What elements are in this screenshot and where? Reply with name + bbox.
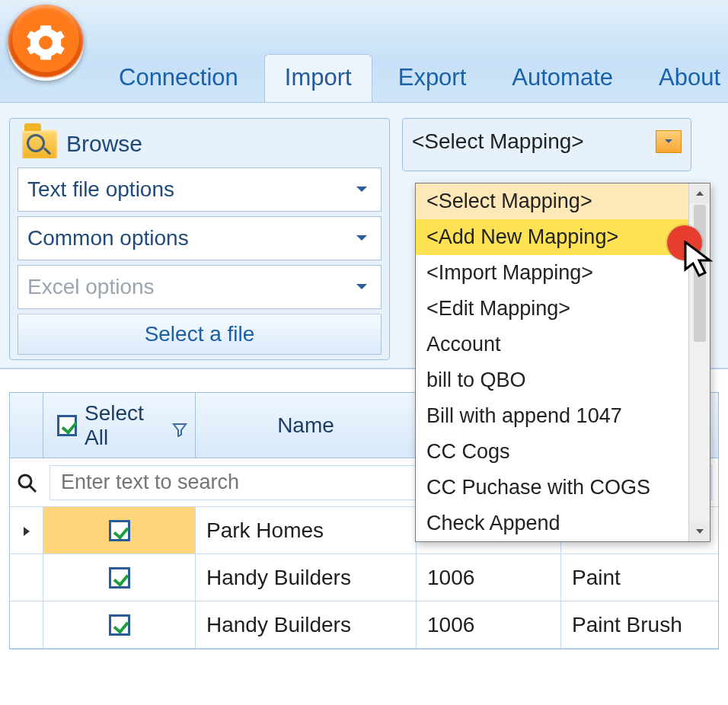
tab-import[interactable]: Import — [264, 54, 372, 102]
scroll-up-button[interactable] — [689, 183, 710, 203]
chevron-down-icon — [350, 178, 373, 201]
search-icon — [10, 472, 43, 493]
excel-options-label: Excel options — [27, 275, 155, 299]
mapping-option[interactable]: <Import Mapping> — [416, 255, 688, 291]
mapping-option[interactable]: bill to QBO — [416, 362, 688, 398]
cell-name[interactable]: Handy Builders — [196, 601, 417, 648]
row-checkbox[interactable] — [109, 567, 130, 589]
chevron-down-icon — [350, 227, 373, 250]
text-file-options-label: Text file options — [27, 177, 174, 202]
mapping-option[interactable]: Account — [416, 327, 688, 362]
mapping-selected-label: <Select Mapping> — [412, 129, 584, 154]
chevron-down-icon — [664, 139, 673, 145]
row-checkbox[interactable] — [109, 614, 130, 636]
row-indicator — [10, 601, 43, 648]
mapping-option[interactable]: <Edit Mapping> — [416, 291, 688, 327]
select-all-checkbox[interactable] — [57, 415, 77, 436]
mapping-option[interactable]: Bill with append 1047 — [416, 398, 688, 434]
tab-about[interactable]: About — [639, 55, 728, 102]
app-menu-button[interactable] — [8, 5, 84, 81]
row-indicator-header — [10, 393, 43, 458]
mapping-option[interactable]: <Select Mapping> — [416, 183, 688, 219]
mapping-option[interactable]: CC Puchase with COGS — [416, 470, 688, 506]
cell-item[interactable]: Paint Brush — [561, 601, 718, 648]
text-file-options-combo[interactable]: Text file options — [18, 167, 382, 212]
table-row[interactable]: Handy Builders1006Paint Brush — [10, 601, 718, 649]
browse-button[interactable]: Browse — [18, 125, 382, 167]
ribbon-tabs: Connection Import Export Automate About — [99, 49, 728, 102]
row-checkbox-cell[interactable] — [43, 554, 196, 601]
mapping-option[interactable]: <Add New Mapping> — [416, 219, 688, 255]
browse-label: Browse — [66, 131, 142, 157]
cell-code[interactable]: 1006 — [417, 554, 561, 601]
column-header-name-label: Name — [277, 413, 334, 438]
svg-line-1 — [30, 486, 36, 492]
menubar: Connection Import Export Automate About — [0, 0, 728, 103]
mapping-option[interactable]: Check Append — [416, 506, 688, 541]
cell-item[interactable]: Paint — [561, 554, 718, 601]
file-panel: Browse Text file options Common options … — [9, 118, 390, 360]
row-indicator — [10, 507, 43, 553]
excel-options-combo: Excel options — [18, 265, 382, 309]
cursor-icon — [684, 241, 714, 282]
cell-name[interactable]: Handy Builders — [196, 554, 417, 601]
row-checkbox-cell[interactable] — [43, 601, 196, 648]
folder-search-icon — [22, 129, 57, 158]
select-all-label: Select All — [85, 401, 164, 450]
svg-point-0 — [19, 475, 31, 487]
tab-export[interactable]: Export — [378, 55, 487, 102]
select-all-header[interactable]: Select All — [43, 393, 196, 458]
tab-automate[interactable]: Automate — [492, 55, 633, 102]
scroll-down-button[interactable] — [689, 522, 710, 541]
gear-icon — [25, 22, 66, 63]
table-row[interactable]: Handy Builders1006Paint — [10, 554, 718, 601]
row-checkbox[interactable] — [109, 520, 130, 541]
mapping-select[interactable]: <Select Mapping> — [412, 129, 682, 154]
filter-icon[interactable] — [172, 418, 187, 433]
column-header-name[interactable]: Name — [196, 393, 417, 458]
mapping-dropdown-button[interactable] — [656, 130, 682, 153]
cell-name[interactable]: Park Homes — [196, 507, 417, 553]
row-indicator — [10, 554, 43, 601]
mapping-dropdown-list[interactable]: <Select Mapping><Add New Mapping><Import… — [415, 183, 710, 542]
mapping-panel: <Select Mapping> — [402, 118, 691, 171]
row-checkbox-cell[interactable] — [43, 507, 196, 553]
common-options-combo[interactable]: Common options — [18, 216, 382, 260]
common-options-label: Common options — [27, 226, 189, 250]
select-a-file-label: Select a file — [18, 314, 382, 355]
mapping-option[interactable]: CC Cogs — [416, 434, 688, 470]
chevron-down-icon — [350, 276, 373, 298]
cell-code[interactable]: 1006 — [417, 601, 561, 648]
tab-connection[interactable]: Connection — [99, 55, 258, 102]
